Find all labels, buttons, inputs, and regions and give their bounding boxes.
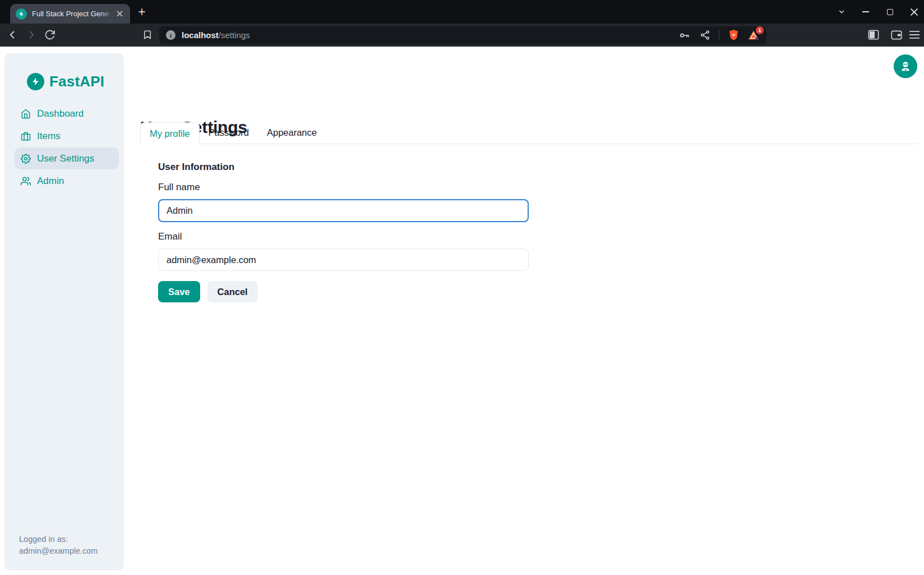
- wallet-icon[interactable]: [890, 28, 903, 42]
- tab-my-profile[interactable]: My profile: [140, 122, 200, 144]
- site-info-icon[interactable]: i: [166, 30, 175, 40]
- logged-in-status: Logged in as: admin@example.com: [19, 533, 98, 557]
- fastapi-logo: FastAPI: [27, 73, 104, 90]
- browser-toolbar: i localhost/settings 1: [0, 24, 924, 47]
- user-information-form: User Information Full name Email Save Ca…: [158, 160, 529, 302]
- sidebar-item-user-settings[interactable]: User Settings: [15, 148, 119, 169]
- tab-title: Full Stack Project Genera: [32, 10, 109, 18]
- tab-appearance[interactable]: Appearance: [258, 122, 326, 144]
- window-controls: [837, 0, 918, 24]
- save-button[interactable]: Save: [158, 281, 200, 302]
- address-bar[interactable]: i localhost/settings 1: [159, 26, 766, 44]
- sidebar-item-dashboard[interactable]: Dashboard: [15, 103, 119, 125]
- key-icon[interactable]: [678, 29, 691, 42]
- sidebar-item-label: Dashboard: [37, 108, 84, 119]
- form-actions: Save Cancel: [158, 281, 529, 302]
- gear-icon: [21, 154, 31, 164]
- app-page: FastAPI Dashboard Items User Settings Ad…: [0, 47, 924, 575]
- url-host: localhost: [182, 30, 219, 40]
- maximize-icon[interactable]: [885, 7, 894, 16]
- sidebar-panel-icon[interactable]: [867, 28, 880, 42]
- tab-title-fade: [100, 8, 114, 20]
- cancel-button[interactable]: Cancel: [207, 281, 258, 302]
- full-name-label: Full name: [158, 181, 529, 194]
- sidebar-nav: Dashboard Items User Settings Admin: [15, 103, 119, 192]
- forward-icon[interactable]: [25, 28, 38, 42]
- sidebar-item-label: User Settings: [37, 153, 94, 164]
- close-window-icon[interactable]: [909, 7, 918, 16]
- sidebar: FastAPI Dashboard Items User Settings Ad…: [4, 53, 124, 571]
- share-icon[interactable]: [699, 29, 711, 42]
- back-icon[interactable]: [6, 28, 19, 42]
- url-text[interactable]: localhost/settings: [182, 30, 250, 40]
- sidebar-item-admin[interactable]: Admin: [15, 170, 119, 192]
- full-name-input[interactable]: [158, 199, 529, 222]
- section-title: User Information: [158, 160, 529, 174]
- menu-hamburger-icon[interactable]: [908, 28, 921, 42]
- tab-close-icon[interactable]: [114, 9, 124, 19]
- rewards-badge: 1: [756, 26, 764, 34]
- fastapi-logo-text: FastAPI: [49, 73, 104, 90]
- tab-search-chevron-icon[interactable]: [837, 7, 846, 16]
- users-icon: [21, 176, 31, 186]
- sidebar-item-label: Admin: [37, 176, 64, 187]
- browser-tab-strip: Full Stack Project Genera +: [0, 0, 924, 24]
- settings-tabs: My profile Password Appearance: [140, 122, 918, 144]
- user-menu-button[interactable]: [894, 54, 917, 78]
- urlbar-divider: [719, 30, 719, 40]
- minimize-icon[interactable]: [861, 7, 870, 16]
- home-icon: [21, 109, 31, 119]
- email-input[interactable]: [158, 249, 529, 271]
- url-path: /settings: [219, 30, 250, 40]
- sidebar-item-items[interactable]: Items: [15, 125, 119, 147]
- new-tab-button[interactable]: +: [135, 4, 149, 20]
- logged-in-label: Logged in as:: [19, 533, 98, 545]
- briefcase-icon: [21, 131, 31, 141]
- fastapi-favicon-icon: [16, 8, 27, 20]
- tab-password[interactable]: Password: [200, 122, 258, 144]
- fastapi-logo-icon: [27, 73, 44, 90]
- brave-shield-icon[interactable]: [727, 29, 740, 42]
- reload-icon[interactable]: [43, 28, 57, 42]
- email-label: Email: [158, 230, 529, 243]
- user-astronaut-icon: [899, 60, 912, 72]
- logged-in-email: admin@example.com: [19, 545, 98, 557]
- bookmark-icon[interactable]: [141, 28, 154, 42]
- brave-rewards-icon[interactable]: 1: [747, 29, 760, 42]
- browser-tab[interactable]: Full Stack Project Genera: [10, 4, 130, 24]
- sidebar-item-label: Items: [37, 131, 61, 142]
